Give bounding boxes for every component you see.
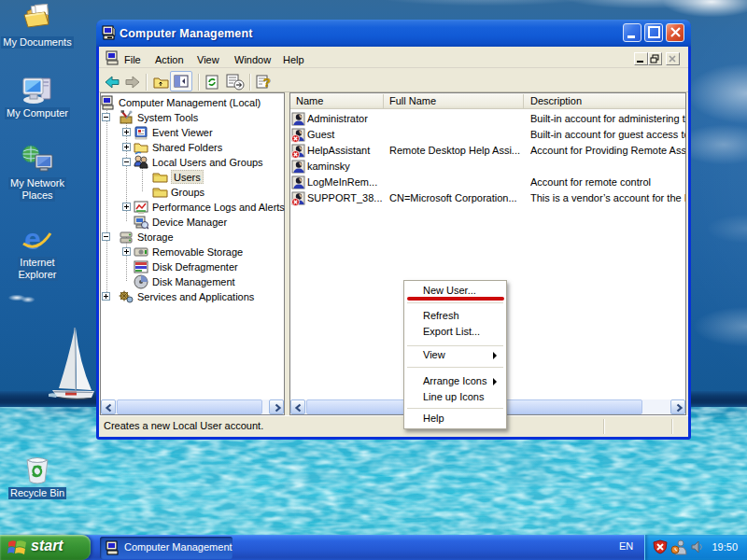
svg-text:e: e [24, 224, 41, 254]
svg-text:?: ? [263, 76, 271, 90]
